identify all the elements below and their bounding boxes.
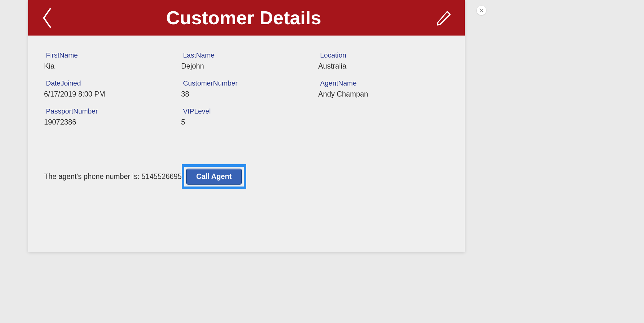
field-value: Australia [318,62,449,70]
field-passportnumber: PassportNumber 19072386 [44,107,175,126]
call-agent-button[interactable]: Call Agent [186,169,242,185]
field-value: 5 [181,118,312,126]
header-bar: Customer Details [28,0,465,36]
fields-grid: FirstName Kia LastName Dejohn Location A… [44,51,449,126]
pencil-icon [435,9,452,26]
customer-details-card: Customer Details FirstName Kia LastName … [28,0,465,252]
field-location: Location Australia [318,51,449,70]
field-value: 38 [181,90,312,98]
field-label: LastName [181,51,312,59]
field-agentname: AgentName Andy Champan [318,79,449,98]
close-icon [479,8,484,13]
phone-number: 5145526695 [142,172,182,181]
edit-button[interactable] [435,9,452,26]
field-viplevel: VIPLevel 5 [181,107,312,126]
field-value: 6/17/2019 8:00 PM [44,90,175,98]
field-value: Kia [44,62,175,70]
phone-prefix-text: The agent's phone number is: 5145526695 [44,172,182,181]
field-label: Location [318,51,449,59]
field-label: VIPLevel [181,107,312,115]
call-agent-highlight: Call Agent [182,164,246,189]
field-firstname: FirstName Kia [44,51,175,70]
field-lastname: LastName Dejohn [181,51,312,70]
page-title: Customer Details [52,7,435,29]
field-label: FirstName [44,51,175,59]
field-value: Dejohn [181,62,312,70]
content-area: FirstName Kia LastName Dejohn Location A… [28,36,465,252]
chevron-left-icon [41,7,52,29]
field-customernumber: CustomerNumber 38 [181,79,312,98]
field-value: Andy Champan [318,90,449,98]
close-button[interactable] [477,6,486,15]
field-value: 19072386 [44,118,175,126]
agent-phone-row: The agent's phone number is: 5145526695 … [44,164,449,189]
field-datejoined: DateJoined 6/17/2019 8:00 PM [44,79,175,98]
field-label: AgentName [318,79,449,87]
back-button[interactable] [41,7,52,29]
field-label: CustomerNumber [181,79,312,87]
field-label: PassportNumber [44,107,175,115]
field-label: DateJoined [44,79,175,87]
